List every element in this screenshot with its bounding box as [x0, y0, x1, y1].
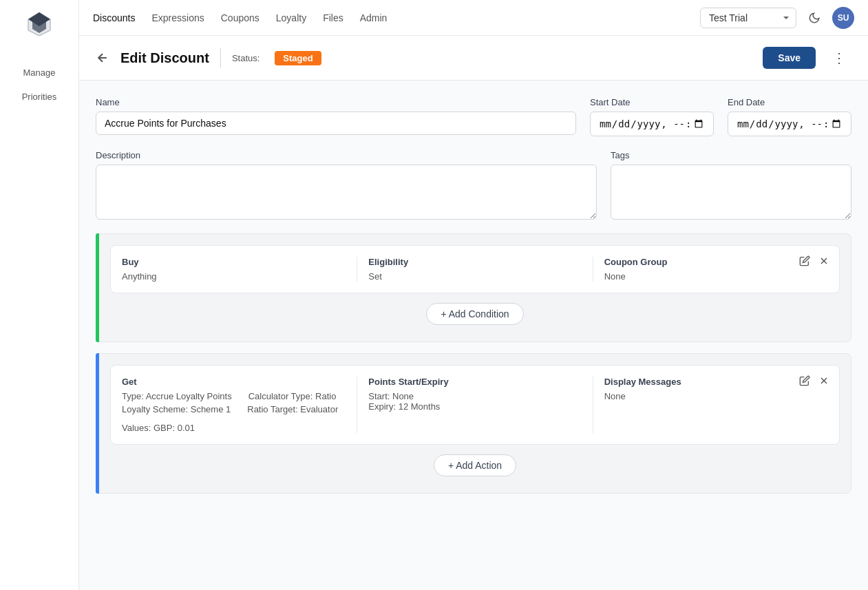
add-action-button[interactable]: + Add Action	[434, 454, 516, 476]
action-start-value: Start: None	[368, 391, 592, 401]
nav-item-admin[interactable]: Admin	[360, 10, 388, 26]
nav-item-coupons[interactable]: Coupons	[221, 10, 260, 26]
action-edit-button[interactable]	[798, 374, 812, 388]
tags-field-group: Tags	[611, 150, 851, 220]
condition-block-container: Buy Anything Eligibility Set Coupon Grou…	[96, 233, 851, 342]
start-date-label: Start Date	[590, 97, 714, 107]
name-input[interactable]	[96, 112, 576, 135]
sidebar-item-manage[interactable]: Manage	[0, 61, 78, 85]
condition-block-inner: Buy Anything Eligibility Set Coupon Grou…	[99, 233, 851, 342]
user-avatar[interactable]: SU	[832, 7, 854, 29]
edit-header: Edit Discount Status: Staged Save ⋮	[79, 36, 868, 81]
action-block-container: Get Type: Accrue Loyalty Points Calculat…	[96, 353, 851, 494]
action-points-col: Points Start/Expiry Start: None Expiry: …	[357, 377, 592, 433]
condition-card-content: Buy Anything Eligibility Set Coupon Grou…	[122, 257, 828, 282]
description-input[interactable]	[96, 165, 597, 220]
action-type: Type: Accrue Loyalty Points	[122, 391, 232, 401]
condition-buy-label: Buy	[122, 257, 346, 267]
sidebar: Manage Priorities	[0, 0, 79, 590]
condition-card: Buy Anything Eligibility Set Coupon Grou…	[110, 245, 840, 293]
action-calculator-type: Calculator Type: Ratio	[248, 391, 337, 401]
nav-item-loyalty[interactable]: Loyalty	[276, 10, 306, 26]
form-area: Name Start Date End Date Description	[79, 81, 868, 220]
top-navigation: Discounts Expressions Coupons Loyalty Fi…	[79, 0, 868, 36]
condition-card-actions	[798, 254, 831, 268]
action-card: Get Type: Accrue Loyalty Points Calculat…	[110, 365, 840, 445]
name-field-group: Name	[96, 97, 576, 136]
nav-item-expressions[interactable]: Expressions	[151, 10, 204, 26]
action-block-inner: Get Type: Accrue Loyalty Points Calculat…	[99, 353, 851, 494]
action-display-messages-col: Display Messages None	[593, 377, 828, 433]
condition-buy-col: Buy Anything	[122, 257, 357, 282]
form-row-name-dates: Name Start Date End Date	[96, 97, 851, 136]
name-label: Name	[96, 97, 576, 107]
back-button[interactable]	[96, 51, 109, 65]
add-condition-row: + Add Condition	[110, 293, 840, 330]
app-logo[interactable]	[24, 8, 54, 39]
condition-coupon-group-label: Coupon Group	[604, 257, 828, 267]
condition-edit-button[interactable]	[798, 254, 812, 268]
sidebar-item-priorities[interactable]: Priorities	[0, 85, 78, 109]
action-card-content: Get Type: Accrue Loyalty Points Calculat…	[122, 377, 828, 433]
start-date-input[interactable]	[590, 112, 714, 136]
action-display-messages-label: Display Messages	[604, 377, 828, 387]
action-card-actions	[798, 374, 831, 388]
condition-eligibility-value: Set	[368, 271, 592, 282]
nav-item-files[interactable]: Files	[323, 10, 343, 26]
form-row-desc-tags: Description Tags	[96, 150, 851, 220]
condition-close-button[interactable]	[817, 254, 831, 268]
condition-coupon-group-col: Coupon Group None	[593, 257, 828, 282]
add-action-row: + Add Action	[110, 445, 840, 482]
tags-label: Tags	[611, 150, 851, 160]
condition-eligibility-col: Eligibility Set	[357, 257, 592, 282]
dark-mode-toggle[interactable]	[803, 7, 825, 29]
status-badge: Staged	[275, 51, 321, 65]
action-get-col: Get Type: Accrue Loyalty Points Calculat…	[122, 377, 357, 433]
environment-select[interactable]: Test Trial	[700, 8, 796, 28]
action-loyalty-scheme: Loyalty Scheme: Scheme 1	[122, 404, 231, 414]
status-label: Status:	[232, 53, 260, 63]
end-date-input[interactable]	[728, 112, 851, 136]
more-options-button[interactable]: ⋮	[827, 47, 851, 69]
action-values: Values: GBP: 0.01	[122, 423, 346, 433]
action-close-button[interactable]	[817, 374, 831, 388]
condition-eligibility-label: Eligibility	[368, 257, 592, 267]
action-get-label: Get	[122, 377, 346, 387]
add-condition-button[interactable]: + Add Condition	[426, 303, 523, 325]
description-field-group: Description	[96, 150, 597, 220]
start-date-field-group: Start Date	[590, 97, 714, 136]
main-area: Discounts Expressions Coupons Loyalty Fi…	[79, 0, 868, 590]
save-button[interactable]: Save	[763, 47, 816, 69]
end-date-field-group: End Date	[728, 97, 851, 136]
end-date-label: End Date	[728, 97, 851, 107]
description-label: Description	[96, 150, 597, 160]
condition-buy-value: Anything	[122, 271, 346, 282]
page-content: Edit Discount Status: Staged Save ⋮ Name…	[79, 36, 868, 590]
condition-coupon-group-value: None	[604, 271, 828, 282]
nav-item-discounts[interactable]: Discounts	[93, 10, 135, 26]
tags-input[interactable]	[611, 165, 851, 220]
action-ratio-target: Ratio Target: Evaluator	[247, 404, 338, 414]
header-divider	[220, 48, 221, 67]
action-expiry-value: Expiry: 12 Months	[368, 401, 592, 412]
page-title: Edit Discount	[120, 50, 209, 66]
action-points-label: Points Start/Expiry	[368, 377, 592, 387]
action-get-details: Type: Accrue Loyalty Points Calculator T…	[122, 391, 346, 414]
topnav-right: Test Trial SU	[700, 7, 854, 29]
action-display-messages-value: None	[604, 391, 828, 401]
